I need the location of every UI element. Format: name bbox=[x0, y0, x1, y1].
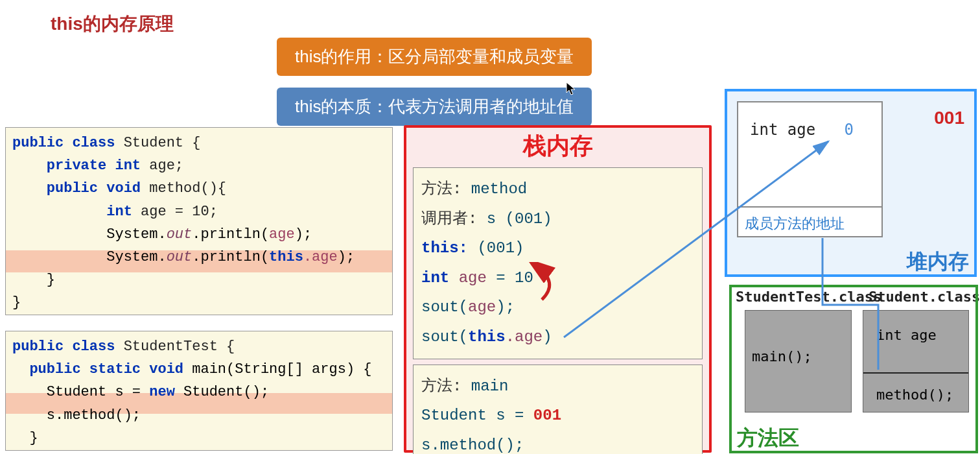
code-student-content: public class Student { private int age; … bbox=[12, 132, 386, 315]
code-student: public class Student { private int age; … bbox=[5, 127, 393, 315]
heap-memory: 001 int age 0 成员方法的地址 堆内存 bbox=[725, 89, 977, 277]
heap-title: 堆内存 bbox=[907, 248, 969, 276]
heap-object: int age 0 成员方法的地址 bbox=[737, 101, 883, 237]
banner-essence: this的本质：代表方法调用者的地址值 bbox=[277, 88, 592, 126]
heap-field-name: int age bbox=[750, 121, 815, 139]
heap-address: 001 bbox=[934, 108, 964, 128]
code-studenttest: public class StudentTest { public static… bbox=[5, 331, 393, 451]
stack-frame-main: 方法: main Student s = 001 s.method(); bbox=[413, 364, 703, 454]
stack-memory: 栈内存 方法: method 调用者: s (001) this: (001) … bbox=[404, 125, 712, 453]
heap-method-addr: 成员方法的地址 bbox=[738, 206, 881, 239]
stack-frame-method: 方法: method 调用者: s (001) this: (001) int … bbox=[413, 167, 703, 359]
method-area-title: 方法区 bbox=[737, 424, 799, 453]
method-area: main(); int age method(); 方法区 bbox=[729, 285, 978, 453]
stack-title: 栈内存 bbox=[406, 130, 709, 162]
class-box-test: main(); bbox=[745, 310, 852, 412]
class-box-student: int age method(); bbox=[863, 310, 969, 412]
cursor-icon bbox=[565, 81, 577, 99]
curved-arrow-icon bbox=[524, 262, 563, 307]
banner-purpose: this的作用：区分局部变量和成员变量 bbox=[277, 38, 592, 76]
main-title: this的内存原理 bbox=[51, 12, 174, 36]
code-studenttest-content: public class StudentTest { public static… bbox=[12, 335, 386, 454]
heap-field-value: 0 bbox=[845, 121, 854, 139]
